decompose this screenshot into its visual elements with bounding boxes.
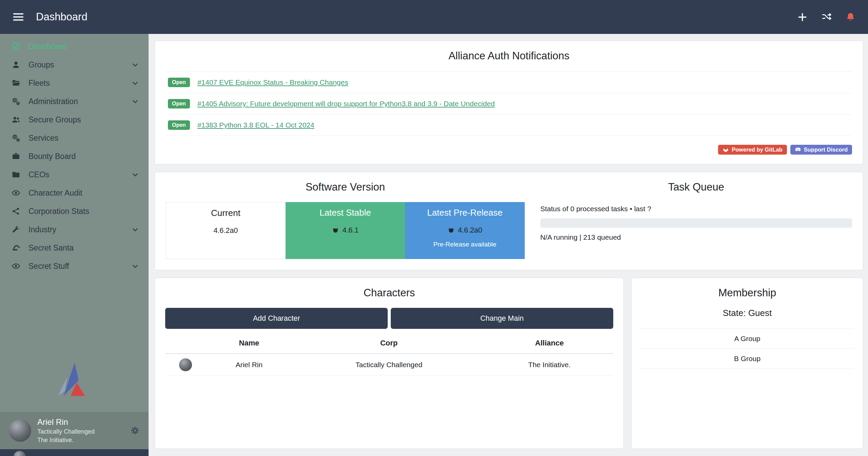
- membership-state: State: Guest: [640, 308, 854, 318]
- notifications-title: Alliance Auth Notifications: [166, 50, 852, 62]
- table-row: Ariel Rin Tactically Challenged The Init…: [165, 354, 613, 376]
- chevron-down-icon: [131, 226, 139, 234]
- sidebar-item-label: Administration: [28, 97, 78, 106]
- menu-icon[interactable]: [12, 11, 24, 23]
- sidebar-item-industry[interactable]: Industry: [0, 220, 149, 239]
- sidebar-item-bounty-board[interactable]: Bounty Board: [0, 147, 149, 165]
- version-stable-label: Latest Stable: [286, 207, 405, 218]
- notification-link[interactable]: #1383 Python 3.8 EOL - 14 Oct 2024: [197, 121, 314, 129]
- sidebar-item-label: Dashboard: [28, 42, 67, 51]
- sidebar-item-dashboard[interactable]: Dashboard: [0, 37, 149, 56]
- characters-title: Characters: [165, 287, 613, 299]
- version-latest-stable: Latest Stable 4.6.1: [286, 202, 405, 259]
- characters-table-header: Name Corp Alliance: [165, 333, 613, 354]
- shuffle-icon[interactable]: [821, 12, 832, 22]
- sidebar-item-secure-groups[interactable]: Secure Groups: [0, 111, 149, 129]
- status-badge: Open: [168, 120, 190, 130]
- sidebar-item-services[interactable]: Services: [0, 129, 149, 147]
- user-corp: Tactically Challenged: [37, 428, 95, 435]
- santa-hat-icon: [11, 243, 21, 252]
- sidebar-nav: Dashboard Groups Fleets Administration S…: [0, 34, 149, 275]
- sidebar-item-secret-santa[interactable]: Secret Santa: [0, 239, 149, 257]
- user-alliance: The Initiative.: [37, 437, 95, 444]
- user-avatar: [9, 419, 31, 442]
- sidebar-item-label: CEOs: [28, 170, 49, 179]
- version-prerelease-value: 4.6.2a0: [405, 226, 525, 235]
- notifications-bell-icon[interactable]: [845, 12, 856, 22]
- sidebar-item-label: Services: [28, 134, 58, 143]
- cat-icon: [447, 227, 455, 234]
- alliance-logo: [0, 360, 149, 402]
- characters-card: Characters Add Character Change Main Nam…: [155, 278, 624, 449]
- character-buttons: Add Character Change Main: [165, 308, 613, 329]
- discord-badge-label: Support Discord: [804, 146, 848, 153]
- chevron-down-icon: [131, 262, 139, 270]
- version-latest-prerelease: Latest Pre-Release 4.6.2a0 Pre-Release a…: [405, 202, 525, 259]
- sidebar-item-character-audit[interactable]: Character Audit: [0, 184, 149, 202]
- chevron-down-icon: [131, 98, 139, 105]
- user-name: Ariel Rin: [37, 417, 95, 427]
- task-queue-summary: N/A running | 213 queued: [540, 233, 852, 241]
- task-queue-status: Status of 0 processed tasks • last ?: [540, 205, 852, 213]
- sidebar-item-label: Industry: [28, 225, 56, 234]
- notifications-list: Open #1407 EVE Equinox Status - Breaking…: [166, 72, 852, 136]
- character-alliance-cell: The Initiative.: [486, 354, 613, 376]
- main-content: Alliance Auth Notifications Open #1407 E…: [149, 34, 868, 456]
- task-queue-title: Task Queue: [540, 181, 852, 193]
- membership-groups: A Group B Group: [640, 329, 854, 369]
- list-item: Open #1405 Advisory: Future development …: [166, 93, 852, 114]
- sidebar-item-groups[interactable]: Groups: [0, 56, 149, 74]
- sidebar-item-administration[interactable]: Administration: [0, 92, 149, 111]
- notification-link[interactable]: #1407 EVE Equinox Status - Breaking Chan…: [197, 78, 348, 86]
- software-version-title: Software Version: [166, 181, 525, 193]
- check-circle-icon: [11, 42, 21, 51]
- gitlab-badge[interactable]: Powered by GitLab: [718, 145, 787, 155]
- sidebar-item-fleets[interactable]: Fleets: [0, 74, 149, 92]
- sidebar-item-corporation-stats[interactable]: Corporation Stats: [0, 202, 149, 220]
- software-version-section: Software Version Current 4.6.2a0 Latest …: [166, 181, 525, 259]
- discord-badge[interactable]: Support Discord: [790, 145, 852, 155]
- sidebar-item-label: Character Audit: [28, 189, 82, 198]
- folder-icon: [11, 170, 21, 179]
- sidebar-item-label: Fleets: [28, 79, 50, 88]
- sidebar-item-label: Secure Groups: [28, 115, 81, 124]
- page-title: Dashboard: [36, 11, 88, 23]
- discord-icon: [795, 146, 801, 153]
- software-taskqueue-card: Software Version Current 4.6.2a0 Latest …: [155, 172, 863, 270]
- list-item: Open #1383 Python 3.8 EOL - 14 Oct 2024: [166, 114, 852, 136]
- chevron-down-icon: [131, 171, 139, 179]
- version-current-value: 4.6.2a0: [166, 226, 285, 235]
- name-column-header: Name: [206, 333, 292, 354]
- notification-link[interactable]: #1405 Advisory: Future development will …: [197, 100, 495, 108]
- add-icon[interactable]: [797, 12, 808, 22]
- version-columns: Current 4.6.2a0 Latest Stable 4.6.1 Late…: [166, 202, 525, 259]
- eye-icon: [11, 262, 21, 271]
- user-icon: [11, 60, 21, 69]
- change-main-button[interactable]: Change Main: [391, 308, 613, 329]
- task-queue-progress-track: [540, 218, 852, 228]
- version-stable-value: 4.6.1: [286, 226, 405, 235]
- list-item: B Group: [640, 349, 854, 369]
- alliance-column-header: Alliance: [486, 333, 613, 354]
- status-badge: Open: [168, 99, 190, 108]
- top-navbar: Dashboard: [0, 0, 868, 34]
- gear-icon[interactable]: [130, 426, 140, 435]
- sidebar-item-ceos[interactable]: CEOs: [0, 165, 149, 184]
- bottom-row: Characters Add Character Change Main Nam…: [155, 278, 863, 449]
- version-current: Current 4.6.2a0: [166, 202, 286, 259]
- folder-open-icon: [11, 79, 21, 87]
- chevron-down-icon: [131, 79, 139, 87]
- sidebar-item-secret-stuff[interactable]: Secret Stuff: [0, 257, 149, 275]
- membership-title: Membership: [640, 287, 854, 299]
- list-item: Open #1407 EVE Equinox Status - Breaking…: [166, 72, 852, 93]
- characters-table: Name Corp Alliance Ariel Rin Tactically …: [165, 333, 613, 376]
- sidebar-item-label: Groups: [28, 60, 54, 70]
- user-panel: Ariel Rin Tactically Challenged The Init…: [0, 412, 149, 449]
- sidebar-item-label: Corporation Stats: [28, 207, 89, 216]
- briefcase-icon: [11, 152, 21, 161]
- membership-card: Membership State: Guest A Group B Group: [631, 278, 863, 449]
- share-nodes-icon: [11, 207, 21, 216]
- gitlab-icon: [722, 146, 729, 153]
- navbar-actions: [797, 12, 856, 22]
- add-character-button[interactable]: Add Character: [165, 308, 388, 329]
